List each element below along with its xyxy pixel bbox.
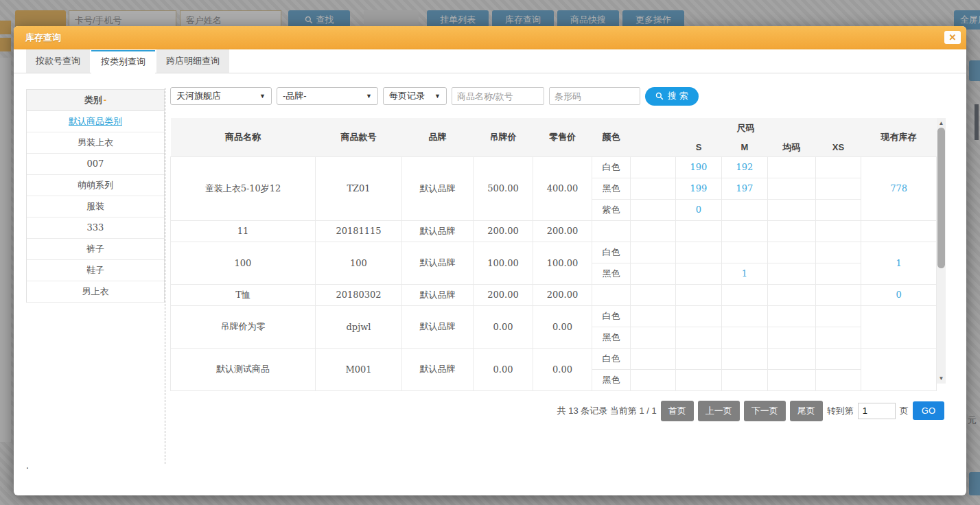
cell-size-qty	[768, 305, 816, 327]
filter-bar: 天河旗舰店 ▼ -品牌- ▼ 每页记录 ▼ 搜 索	[170, 86, 946, 106]
cell-stock	[861, 305, 937, 348]
barcode-input[interactable]	[549, 87, 640, 105]
cell-size-qty: 192	[722, 156, 768, 178]
cell-size-qty	[768, 263, 816, 284]
cell-size-qty	[768, 348, 816, 369]
category-item[interactable]: 裤子	[27, 239, 164, 260]
category-item[interactable]: 鞋子	[27, 260, 164, 281]
cell-color	[592, 284, 631, 305]
tab-2[interactable]: 跨店明细查询	[156, 49, 229, 73]
cell-size-qty	[816, 199, 861, 220]
size-col-header: XS	[816, 139, 861, 156]
search-button-label: 搜 索	[668, 90, 688, 102]
category-item[interactable]: 萌萌系列	[27, 175, 164, 196]
cell-stock: 0	[861, 284, 937, 305]
cell-size-qty	[722, 199, 768, 220]
category-header[interactable]: 类别-	[27, 90, 164, 111]
table-row: 童装上衣5-10岁12TZ01默认品牌500.00400.00白色1901927…	[171, 156, 937, 178]
cell-size-qty	[768, 284, 816, 305]
cell-size-qty	[816, 178, 861, 199]
last-page-button[interactable]: 尾页	[790, 401, 823, 421]
category-item[interactable]: 服装	[27, 196, 164, 218]
go-button[interactable]: GO	[913, 401, 944, 420]
cell-size-qty	[768, 327, 816, 348]
table-row: 1120181115默认品牌200.00200.00	[171, 220, 937, 242]
cell-size-qty	[722, 348, 768, 369]
cell-size-qty	[631, 284, 676, 305]
chevron-down-icon: ▼	[366, 93, 372, 99]
category-header-label: 类别	[84, 95, 102, 105]
cell-brand: 默认品牌	[402, 348, 474, 390]
cell-brand: 默认品牌	[402, 242, 474, 284]
cell-size-qty	[631, 369, 676, 390]
record-summary: 共 13 条记录 当前第 1 / 1	[557, 405, 657, 417]
close-icon[interactable]: ✕	[944, 31, 961, 44]
cell-tag-price: 500.00	[474, 156, 533, 220]
page-size-select-value: 每页记录	[389, 90, 425, 102]
cell-size-qty	[722, 284, 768, 305]
tab-0[interactable]: 按款号查询	[26, 49, 90, 73]
cell-tag-price: 100.00	[474, 242, 533, 284]
page-size-select[interactable]: 每页记录 ▼	[383, 87, 447, 105]
category-item[interactable]: 默认商品类别	[27, 111, 164, 132]
cell-stock	[861, 348, 937, 390]
cell-color: 黑色	[592, 178, 631, 199]
chevron-down-icon: ▼	[434, 93, 441, 99]
cell-size-qty: 197	[722, 178, 768, 199]
collapse-icon[interactable]: -	[104, 95, 106, 105]
category-item[interactable]: 333	[27, 218, 164, 239]
table-scrollbar[interactable]: ▲ ▼	[937, 118, 946, 384]
cell-size-qty	[768, 199, 816, 220]
table-row: 吊牌价为零dpjwl默认品牌0.000.00白色	[171, 305, 937, 327]
cell-size-qty	[631, 199, 676, 220]
table-body: 童装上衣5-10岁12TZ01默认品牌500.00400.00白色1901927…	[171, 156, 937, 390]
next-page-button[interactable]: 下一页	[744, 401, 786, 421]
cell-size-qty	[676, 305, 722, 327]
goto-label: 转到第	[827, 405, 854, 417]
size-col-header: 均码	[768, 139, 816, 156]
scroll-down-icon[interactable]: ▼	[937, 374, 946, 383]
cell-size-qty	[816, 348, 861, 369]
table-row: 100100默认品牌100.00100.00白色1	[171, 242, 937, 263]
cell-color: 黑色	[592, 369, 631, 390]
product-name-input[interactable]	[452, 87, 544, 105]
cell-size-qty	[816, 242, 861, 263]
stock-col-header: 现有库存	[861, 118, 937, 156]
modal-title: 库存查询	[14, 26, 966, 49]
col-header: 吊牌价	[474, 118, 533, 156]
search-button[interactable]: 搜 索	[645, 87, 699, 106]
modal-header[interactable]: 库存查询 ✕	[14, 26, 966, 49]
cell-size-qty	[631, 348, 676, 369]
category-item[interactable]: 男装上衣	[27, 132, 164, 154]
brand-select[interactable]: -品牌- ▼	[277, 87, 378, 105]
first-page-button[interactable]: 首页	[661, 401, 694, 421]
cell-color: 白色	[592, 242, 631, 263]
scrollbar-thumb[interactable]	[937, 128, 945, 268]
store-select-value: 天河旗舰店	[176, 90, 221, 102]
cell-color: 白色	[592, 305, 631, 327]
cell-size-qty	[816, 263, 861, 284]
tab-1[interactable]: 按类别查询	[91, 50, 155, 73]
category-item[interactable]: 男上衣	[27, 281, 164, 303]
cell-size-qty: 1	[722, 263, 768, 284]
col-header: 颜色	[592, 118, 631, 156]
goto-page-input[interactable]	[858, 403, 896, 419]
chevron-down-icon: ▼	[259, 93, 266, 99]
category-item[interactable]: 007	[27, 154, 164, 175]
cell-color: 白色	[592, 156, 631, 178]
cell-size-qty	[816, 220, 861, 242]
table-header-row: 商品名称商品款号品牌吊牌价零售价颜色尺码现有库存	[171, 118, 937, 139]
main-panel: 天河旗舰店 ▼ -品牌- ▼ 每页记录 ▼ 搜 索	[170, 86, 946, 421]
cell-size-qty: 190	[676, 156, 722, 178]
cell-tag-price: 200.00	[474, 284, 533, 305]
goto-suffix-label: 页	[900, 405, 909, 417]
cell-retail-price: 0.00	[533, 305, 592, 348]
inventory-table: 商品名称商品款号品牌吊牌价零售价颜色尺码现有库存SM均码XS 童装上衣5-10岁…	[170, 118, 937, 391]
cell-size-qty	[631, 220, 676, 242]
prev-page-button[interactable]: 上一页	[698, 401, 740, 421]
cell-stock	[861, 220, 937, 242]
cell-retail-price: 100.00	[533, 242, 592, 284]
cell-tag-price: 0.00	[474, 348, 533, 390]
store-select[interactable]: 天河旗舰店 ▼	[170, 87, 272, 105]
scroll-up-icon[interactable]: ▲	[937, 119, 946, 128]
